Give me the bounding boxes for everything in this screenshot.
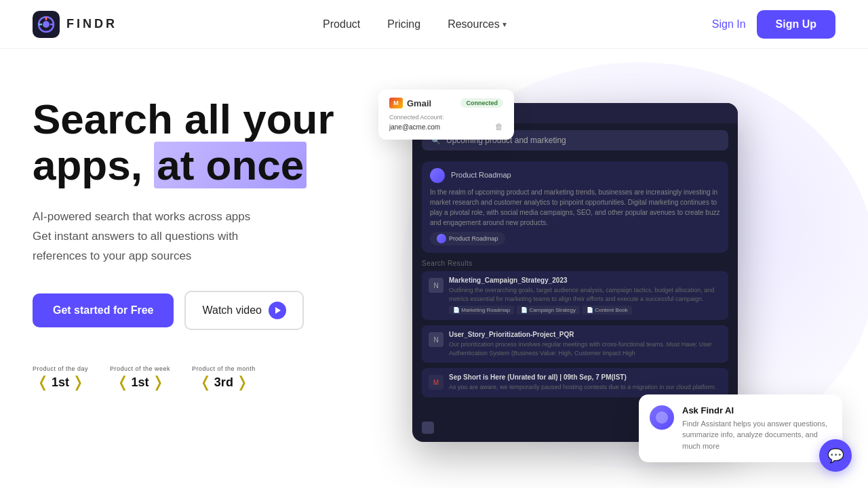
- laurel-right-icon: ❭: [72, 373, 84, 391]
- app-content: Product Roadmap In the realm of upcoming…: [412, 157, 738, 407]
- findr-ai-title: Ask Findr AI: [682, 405, 831, 415]
- tag-pill-icon: [437, 234, 446, 243]
- hero-highlight: at once: [154, 142, 307, 188]
- result-text-2: User_Story_Prioritization-Project_PQR Ou…: [449, 331, 722, 357]
- get-started-button[interactable]: Get started for Free: [33, 293, 174, 327]
- gmail-logo: M Gmail: [389, 98, 431, 108]
- hero-content: Search all your apps, at once AI-powered…: [33, 89, 372, 391]
- laurel-left-icon: ❬: [199, 373, 212, 391]
- sign-in-button[interactable]: Sign In: [712, 18, 746, 30]
- ai-result-body: In the realm of upcoming product and mar…: [430, 187, 720, 228]
- result-item-3: M Sep Short is Here (Unrated for all) | …: [422, 368, 728, 397]
- hero-illustration: M Gmail Connected Connected Account: jan…: [372, 89, 835, 483]
- logo-icon: [33, 11, 60, 38]
- logo-wordmark: FINDR: [66, 17, 117, 31]
- laurel-left-icon: ❬: [117, 373, 129, 391]
- badge-product-week: Product of the week ❬ 1st ❭: [110, 365, 170, 391]
- nav-link-resources[interactable]: Resources ▾: [448, 18, 506, 30]
- badge-product-month: Product of the month ❬ 3rd ❭: [192, 365, 256, 391]
- badge-product-day: Product of the day ❬ 1st ❭: [33, 365, 88, 391]
- gmail-card: M Gmail Connected Connected Account: jan…: [378, 89, 514, 140]
- watch-video-button[interactable]: Watch video: [184, 291, 303, 330]
- hero-title-line2: apps, at once: [33, 142, 307, 188]
- sign-up-button[interactable]: Sign Up: [757, 10, 835, 39]
- search-results-header: Search Results: [422, 260, 728, 267]
- trash-icon: 🗑: [495, 122, 503, 131]
- result-item-1: N Marketing_Campaign_Strategy_2023 Outli…: [422, 271, 728, 320]
- result-text-3: Sep Short is Here (Unrated for all) | 09…: [449, 373, 722, 392]
- svg-point-1: [43, 21, 50, 28]
- laurel-right-icon: ❭: [152, 373, 164, 391]
- nav-link-pricing[interactable]: Pricing: [387, 18, 420, 30]
- award-badges: Product of the day ❬ 1st ❭ Product of th…: [33, 365, 372, 391]
- result-tags-1: 📄 Marketing Roadmap 📄 Campaign Strategy …: [449, 306, 722, 314]
- result-text-1: Marketing_Campaign_Strategy_2023 Outlini…: [449, 277, 722, 314]
- logo[interactable]: FINDR: [33, 11, 117, 38]
- ai-result-box: Product Roadmap In the realm of upcoming…: [422, 161, 728, 253]
- hero-section: Search all your apps, at once AI-powered…: [0, 49, 868, 488]
- chevron-down-icon: ▾: [502, 20, 507, 29]
- findr-ai-card[interactable]: Ask Findr AI Findr Assistant helps you a…: [639, 394, 842, 463]
- laurel-left-icon: ❬: [37, 373, 49, 391]
- hero-buttons: Get started for Free Watch video: [33, 291, 372, 330]
- findr-ai-logo-icon: [650, 405, 674, 430]
- connected-badge: Connected: [460, 98, 503, 108]
- result-tag-pill: Product Roadmap: [430, 232, 505, 245]
- nav-link-product[interactable]: Product: [323, 18, 360, 30]
- gmail-account-label: Connected Account:: [389, 114, 503, 121]
- chat-icon: 💬: [827, 447, 844, 464]
- gmail-email: jane@acme.com 🗑: [389, 122, 503, 131]
- chat-button[interactable]: 💬: [819, 439, 852, 472]
- result-icon-2: N: [429, 332, 443, 347]
- findr-ai-text: Ask Findr AI Findr Assistant helps you a…: [682, 405, 831, 452]
- nav-actions: Sign In Sign Up: [712, 10, 835, 39]
- nav-links: Product Pricing Resources ▾: [323, 18, 507, 30]
- play-icon: [269, 302, 286, 319]
- findr-ai-description: Findr Assistant helps you answer questio…: [682, 418, 831, 452]
- hero-subtitle: AI-powered search that works across apps…: [33, 207, 372, 266]
- hero-title: Search all your apps, at once: [33, 96, 372, 188]
- laurel-right-icon: ❭: [236, 373, 248, 391]
- ai-icon: [430, 168, 445, 183]
- result-icon-3: M: [429, 375, 443, 390]
- app-window: 🔍 Upcoming product and marketing Product…: [412, 103, 738, 442]
- app-footer-icon: [422, 422, 434, 434]
- ai-result-title: Product Roadmap: [430, 168, 720, 183]
- result-icon-1: N: [429, 278, 443, 293]
- result-item-2: N User_Story_Prioritization-Project_PQR …: [422, 325, 728, 363]
- gmail-icon: M: [389, 98, 403, 108]
- navbar: FINDR Product Pricing Resources ▾ Sign I…: [0, 0, 868, 49]
